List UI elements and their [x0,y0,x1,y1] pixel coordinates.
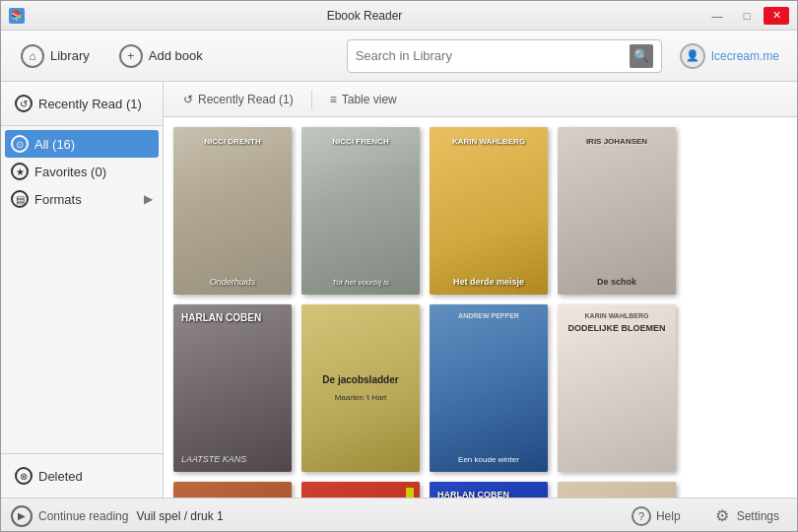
book-title: Tot het voorbij is [332,278,389,287]
all-label: All (16) [34,137,75,152]
app-icon: 📚 [9,8,25,24]
book-cover-inner: De Vijftig tinten trilogie [173,482,292,498]
book-title: LAATSTE KANS [181,454,246,464]
favorites-label: Favorites (0) [34,165,106,179]
book-cover-inner: NICCI DRENTH Onderhuids [173,127,292,295]
book-cover-inner: ANDREW PEPPER Een koude winter [430,304,548,472]
deleted-icon: ⊗ [15,467,33,485]
library-button[interactable]: ⌂ Library [11,38,100,74]
book-cover-inner: NICCI FRENCH Tot het voorbij is [301,127,420,295]
avatar: 👤 [680,43,705,69]
recently-read-section[interactable]: ↺ Recently Read (1) [9,90,155,117]
book-item[interactable]: De Vijftig tinten trilogie [173,482,292,498]
book-author: KARIN WAHLBERG [585,312,649,319]
settings-button[interactable]: ⚙ Settings [704,503,787,529]
content-toolbar: ↺ Recently Read (1) ≡ Table view [164,82,797,117]
book-grid: NICCI DRENTH Onderhuids NICCI FRENCH Tot… [164,117,797,498]
help-label: Help [656,509,681,523]
book-item[interactable] [301,482,420,498]
library-icon: ⌂ [21,44,44,68]
recently-read-tab[interactable]: ↺ Recently Read (1) [173,89,303,110]
sidebar: ↺ Recently Read (1) ⊙ All (16) ★ Favorit… [1,82,164,498]
book-item[interactable]: ANDREW PEPPER Een koude winter [430,304,548,472]
toolbar-divider [311,90,312,109]
play-icon: ▶ [11,505,33,527]
book-item[interactable] [558,482,676,498]
book-item[interactable]: De jacobsladder Maarten 't Hart [301,304,420,472]
sidebar-items: ⊙ All (16) ★ Favorites (0) ▤ Formats ▶ [1,126,163,217]
book-author: HARLAN COBEN [437,490,509,498]
sidebar-top: ↺ Recently Read (1) [1,82,163,126]
maximize-button[interactable]: □ [734,7,760,25]
search-container: 🔍 [347,39,662,73]
sidebar-favorites[interactable]: ★ Favorites (0) [5,158,159,185]
book-cover-inner: De jacobsladder Maarten 't Hart [301,304,420,472]
book-title: De jacobsladder [322,374,398,385]
book-item[interactable]: KARIN WAHLBERG DODELIJKE BLOEMEN [558,304,676,472]
book-item[interactable]: HARLAN COBEN Vuil spel / druk 1 [430,482,548,498]
window-title: Ebook Reader [25,9,704,23]
book-cover-inner: KARIN WAHLBERG DODELIJKE BLOEMEN [558,304,676,472]
book-cover-inner: IRIS JOHANSEN De schok [558,127,676,295]
book-title: DODELIJKE BLOEMEN [567,323,665,333]
user-label: Icecream.me [711,49,779,63]
table-view-button[interactable]: ≡ Table view [320,89,407,110]
book-author: IRIS JOHANSEN [558,137,676,146]
add-book-button[interactable]: + Add book [109,38,213,74]
deleted-label: Deleted [38,469,83,484]
all-icon: ⊙ [11,135,29,153]
book-author: Maarten 't Hart [335,393,387,402]
settings-icon: ⚙ [712,506,732,526]
book-author: NICCI DRENTH [173,137,292,146]
add-icon: + [119,44,143,68]
recently-read-label: Recently Read (1) [38,97,142,111]
table-view-label: Table view [342,93,397,106]
continue-reading-button[interactable]: ▶ Continue reading [11,505,128,527]
settings-label: Settings [737,509,779,523]
book-author: KARIN WAHLBERG [430,137,548,146]
main-area: ↺ Recently Read (1) ⊙ All (16) ★ Favorit… [1,82,797,498]
toolbar: ⌂ Library + Add book 🔍 👤 Icecream.me [1,31,797,82]
book-cover-inner: KARIN WAHLBERG Het derde meisje [430,127,548,295]
book-item[interactable]: NICCI DRENTH Onderhuids [173,127,292,295]
minimize-button[interactable]: — [704,7,730,25]
book-author: NICCI FRENCH [301,137,420,146]
book-author: HARLAN COBEN [181,312,261,324]
book-cover-inner [558,482,676,498]
book-spine-detail [406,488,414,498]
book-cover-inner: HARLAN COBEN Vuil spel / druk 1 [430,482,548,498]
formats-icon: ▤ [11,190,29,208]
formats-label: Formats [34,192,82,207]
status-right-area: ? Help ⚙ Settings [624,503,787,529]
sidebar-all[interactable]: ⊙ All (16) [5,130,159,158]
search-input[interactable] [356,48,630,63]
recently-read-icon: ↺ [15,95,33,112]
book-item[interactable]: HARLAN COBEN LAATSTE KANS [173,304,292,472]
title-bar: 📚 Ebook Reader — □ ✕ [1,1,797,31]
formats-arrow: ▶ [144,192,153,206]
favorites-icon: ★ [11,163,29,180]
sidebar-bottom: ⊗ Deleted [1,453,163,498]
status-bar: ▶ Continue reading Vuil spel / druk 1 ? … [1,498,797,532]
sidebar-formats[interactable]: ▤ Formats ▶ [5,185,159,213]
help-button[interactable]: ? Help [624,503,689,529]
table-view-icon: ≡ [330,93,337,106]
book-title: Het derde meisje [453,277,524,287]
book-title: Onderhuids [210,277,256,287]
book-title: De schok [597,277,636,287]
recently-read-tab-label: Recently Read (1) [198,93,294,106]
book-item[interactable]: KARIN WAHLBERG Het derde meisje [430,127,548,295]
recently-read-tab-icon: ↺ [183,93,193,106]
sidebar-deleted[interactable]: ⊗ Deleted [9,462,155,490]
user-button[interactable]: 👤 Icecream.me [672,39,787,73]
content-area: ↺ Recently Read (1) ≡ Table view NICCI D… [164,82,797,498]
close-button[interactable]: ✕ [764,7,789,25]
book-cover-inner [301,482,420,498]
continue-label: Continue reading [38,509,128,523]
book-item[interactable]: IRIS JOHANSEN De schok [558,127,676,295]
add-book-label: Add book [149,48,203,63]
library-label: Library [50,48,90,63]
book-cover-inner: HARLAN COBEN LAATSTE KANS [173,304,292,472]
book-item[interactable]: NICCI FRENCH Tot het voorbij is [301,127,420,295]
search-button[interactable]: 🔍 [630,44,653,68]
